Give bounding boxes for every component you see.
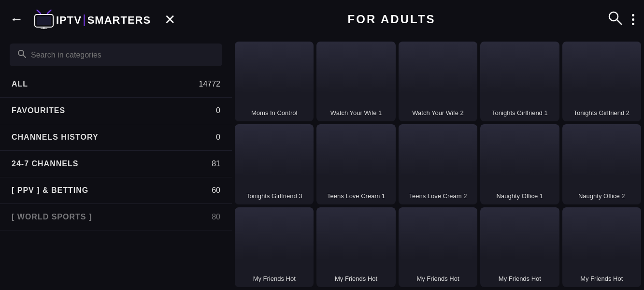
grid-item-5-thumb xyxy=(235,124,314,176)
grid-item-7-label: Teens Love Cream 2 xyxy=(409,192,467,201)
sidebar-item-world-sports-count: 80 xyxy=(212,213,220,221)
header-right xyxy=(608,11,634,29)
svg-rect-3 xyxy=(37,16,51,25)
dot-1 xyxy=(632,14,634,16)
sidebar-item-ppv-label: [ PPV ] & BETTING xyxy=(12,186,88,195)
category-list: ALL 14772 FAVOURITES 0 CHANNELS HISTORY … xyxy=(0,71,232,231)
grid-item-10-label: My Friends Hot xyxy=(253,275,296,283)
grid-item-2-thumb xyxy=(399,42,477,93)
grid-item-14[interactable]: My Friends Hot xyxy=(562,207,641,287)
sidebar-item-favourites-count: 0 xyxy=(216,106,220,115)
sidebar-item-all-label: ALL xyxy=(12,80,28,88)
grid-item-10-thumb xyxy=(235,207,314,259)
tv-icon xyxy=(32,10,56,29)
grid-item-8-label: Naughty Office 1 xyxy=(497,192,544,201)
grid-item-5[interactable]: Tonights Girlfriend 3 xyxy=(235,124,314,204)
sidebar: ALL 14772 FAVOURITES 0 CHANNELS HISTORY … xyxy=(0,39,232,290)
grid-item-12-label: My Friends Hot xyxy=(416,275,459,283)
channel-grid: Moms In Control Watch Your Wife 1 Watch … xyxy=(235,42,641,287)
sidebar-item-channels-history[interactable]: CHANNELS HISTORY 0 xyxy=(0,124,232,151)
grid-item-3-thumb xyxy=(480,42,559,93)
grid-item-0[interactable]: Moms In Control xyxy=(235,42,314,121)
grid-item-8-thumb xyxy=(480,124,559,176)
grid-item-14-label: My Friends Hot xyxy=(580,275,623,283)
search-icon xyxy=(608,11,622,25)
grid-item-7[interactable]: Teens Love Cream 2 xyxy=(399,124,477,204)
logo-smarters: SMARTERS xyxy=(87,14,151,26)
grid-item-13[interactable]: My Friends Hot xyxy=(480,207,559,287)
search-box-icon xyxy=(17,49,26,60)
search-button[interactable] xyxy=(608,11,622,29)
grid-item-11[interactable]: My Friends Hot xyxy=(316,207,395,287)
dot-3 xyxy=(632,23,634,25)
grid-item-0-label: Moms In Control xyxy=(251,109,297,117)
svg-line-7 xyxy=(617,20,621,24)
header: ← IPTV|SMARTERS ✕ FOR ADULTS xyxy=(0,0,644,39)
grid-item-2-label: Watch Your Wife 2 xyxy=(412,109,463,117)
sidebar-item-24-7-count: 81 xyxy=(212,160,220,168)
sidebar-item-channels-history-label: CHANNELS HISTORY xyxy=(12,133,99,142)
grid-item-3[interactable]: Tonights Girlfriend 1 xyxy=(480,42,559,121)
sidebar-item-ppv-count: 60 xyxy=(212,186,220,195)
logo-text: IPTV|SMARTERS xyxy=(56,12,151,27)
grid-item-9[interactable]: Naughty Office 2 xyxy=(562,124,641,204)
category-search-input[interactable] xyxy=(31,51,215,59)
svg-line-1 xyxy=(47,10,51,14)
sidebar-item-all[interactable]: ALL 14772 xyxy=(0,71,232,98)
sidebar-item-favourites-label: FAVOURITES xyxy=(12,106,65,115)
category-search-box[interactable] xyxy=(10,44,222,66)
sidebar-item-world-sports-label: [ WORLD SPORTS ] xyxy=(12,213,92,221)
sidebar-item-ppv[interactable]: [ PPV ] & BETTING 60 xyxy=(0,177,232,204)
svg-line-9 xyxy=(23,55,26,58)
sidebar-item-24-7[interactable]: 24-7 CHANNELS 81 xyxy=(0,151,232,177)
grid-item-4-thumb xyxy=(562,42,641,93)
grid-item-6-label: Teens Love Cream 1 xyxy=(327,192,385,201)
grid-item-13-label: My Friends Hot xyxy=(499,275,541,283)
grid-item-10[interactable]: My Friends Hot xyxy=(235,207,314,287)
grid-item-7-thumb xyxy=(399,124,477,176)
sidebar-item-24-7-label: 24-7 CHANNELS xyxy=(12,160,78,168)
grid-item-1[interactable]: Watch Your Wife 1 xyxy=(316,42,395,121)
grid-item-0-thumb xyxy=(235,42,314,93)
grid-item-2[interactable]: Watch Your Wife 2 xyxy=(399,42,477,121)
sidebar-item-favourites[interactable]: FAVOURITES 0 xyxy=(0,98,232,124)
logo-iptv: IPTV xyxy=(56,14,82,26)
page-title: FOR ADULTS xyxy=(348,13,436,26)
sidebar-item-world-sports[interactable]: [ WORLD SPORTS ] 80 xyxy=(0,204,232,231)
grid-item-1-label: Watch Your Wife 1 xyxy=(330,109,382,117)
grid-item-11-thumb xyxy=(316,207,395,259)
header-left: ← IPTV|SMARTERS ✕ xyxy=(10,10,175,29)
grid-item-12-thumb xyxy=(399,207,477,259)
grid-item-4-label: Tonights Girlfriend 2 xyxy=(573,109,630,117)
sidebar-item-all-count: 14772 xyxy=(199,80,221,88)
grid-item-9-label: Naughty Office 2 xyxy=(578,192,625,201)
logo-divider: | xyxy=(83,12,86,27)
main-layout: ALL 14772 FAVOURITES 0 CHANNELS HISTORY … xyxy=(0,39,644,290)
logo: IPTV|SMARTERS xyxy=(32,10,151,29)
grid-item-4[interactable]: Tonights Girlfriend 2 xyxy=(562,42,641,121)
more-menu-button[interactable] xyxy=(632,12,634,27)
close-button[interactable]: ✕ xyxy=(164,12,175,28)
grid-item-14-thumb xyxy=(562,207,641,259)
dot-2 xyxy=(632,18,634,21)
svg-line-0 xyxy=(37,10,41,14)
grid-item-13-thumb xyxy=(480,207,559,259)
grid-item-1-thumb xyxy=(316,42,395,93)
grid-item-6[interactable]: Teens Love Cream 1 xyxy=(316,124,395,204)
grid-item-8[interactable]: Naughty Office 1 xyxy=(480,124,559,204)
grid-item-11-label: My Friends Hot xyxy=(335,275,377,283)
grid-item-6-thumb xyxy=(316,124,395,176)
grid-item-12[interactable]: My Friends Hot xyxy=(399,207,477,287)
back-button[interactable]: ← xyxy=(10,12,23,27)
grid-item-3-label: Tonights Girlfriend 1 xyxy=(492,109,548,117)
sidebar-item-channels-history-count: 0 xyxy=(216,133,220,142)
grid-item-5-label: Tonights Girlfriend 3 xyxy=(246,192,302,201)
grid-item-9-thumb xyxy=(562,124,641,176)
content-area: Moms In Control Watch Your Wife 1 Watch … xyxy=(232,39,644,290)
